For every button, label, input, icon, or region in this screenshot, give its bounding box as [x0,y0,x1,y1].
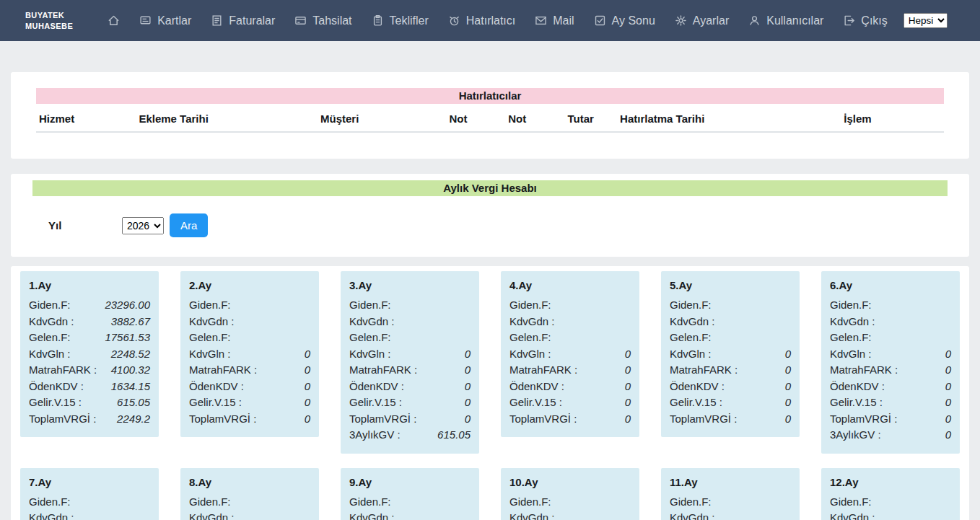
metric-label: KdvGdn : [189,510,235,520]
column-header: Hatırlatma Tarihi [617,104,771,132]
page-content: Hatırlatıcılar HizmetEkleme TarihiMüşter… [11,72,969,520]
metric-label: Gelen.F: [189,330,231,346]
month-metric-row: KdvGdn : [509,510,631,520]
month-metric-row: Giden.F: [349,297,471,314]
nav-item-cikis[interactable]: Çıkış [843,14,887,27]
metric-label: KdvGdn : [189,314,235,330]
month-title: 3.Ay [349,278,471,293]
month-metric-row: KdvGdn : [830,510,951,520]
metric-value: 615.05 [117,395,150,411]
reminders-card: Hatırlatıcılar HizmetEkleme TarihiMüşter… [11,72,969,159]
metric-value: 0 [465,346,471,363]
month-metric-row: 3AylıkGV :615.05 [349,427,471,444]
month-card-7: 7.AyGiden.F:KdvGdn :Gelen.F: [20,468,159,520]
filter-select[interactable]: Hepsi [904,13,948,28]
metric-label: Gelen.F: [670,330,712,346]
month-metric-row: Gelen.F: [670,330,791,346]
month-metric-row: ToplamVRGİ :2249.2 [29,411,150,428]
tax-title: Aylık Vergi Hesabı [32,180,948,196]
month-title: 5.Ay [670,278,791,293]
metric-value: 0 [945,346,951,363]
nav-item-label: Ayarlar [693,14,729,27]
metric-label: MatrahFARK : [349,362,417,379]
column-header: Not [490,104,544,132]
metric-label: KdvGdn : [29,510,74,520]
metric-label: 3AylıkGV : [830,427,881,444]
metric-value: 0 [465,411,471,428]
metric-label: ÖdenKDV : [830,379,885,395]
metric-label: KdvGdn : [509,510,555,520]
month-metric-row: Gelen.F: [830,330,951,346]
metric-label: KdvGdn : [349,510,395,520]
month-metric-row: Gelir.V.15 :0 [670,395,791,411]
nav-item-ayarlar[interactable]: Ayarlar [675,14,729,27]
nav-item-hatirlatici[interactable]: Hatırlatıcı [448,14,515,27]
metric-label: KdvGln : [349,346,391,363]
column-header: İşlem [771,104,944,132]
brand-logo[interactable]: BUYATEK MUHASEBE [25,10,73,32]
month-metric-row: ÖdenKDV :0 [509,379,631,395]
metric-label: KdvGdn : [349,314,395,330]
months-grid: 1.AyGiden.F:23296.00KdvGdn :3882.67Gelen… [20,271,960,520]
payment-icon [294,14,307,27]
metric-value: 0 [945,395,951,411]
mail-icon [535,14,547,27]
metric-value: 0 [305,346,310,363]
nav-item-kullanicilar[interactable]: Kullanıcılar [748,14,823,27]
nav-item-home[interactable] [108,14,120,27]
metric-label: Giden.F: [830,297,872,314]
month-title: 6.Ay [830,278,951,293]
month-metric-row: Giden.F: [830,494,951,511]
year-select[interactable]: 2026 [122,217,164,234]
metric-value: 0 [945,427,951,444]
nav-item-tahsilat[interactable]: Tahsilat [294,14,351,27]
month-metric-row: KdvGln :0 [349,346,471,363]
month-metric-row: Giden.F: [670,297,791,314]
metric-label: Giden.F: [349,297,391,314]
nav-item-ay-sonu[interactable]: Ay Sonu [594,14,655,27]
month-metric-row: Gelir.V.15 :0 [830,395,951,411]
metric-value: 0 [785,379,791,395]
column-header: Hizmet [36,104,136,132]
monthly-tax-card: 1.AyGiden.F:23296.00KdvGdn :3882.67Gelen… [11,266,969,520]
metric-label: ToplamVRGİ : [349,411,416,428]
metric-value: 23296.00 [105,297,150,314]
month-title: 4.Ay [509,278,631,293]
month-metric-row: Gelir.V.15 :0 [349,395,471,411]
metric-label: ÖdenKDV : [670,379,725,395]
month-metric-row: KdvGdn : [349,510,471,520]
reminders-header-row: HizmetEkleme TarihiMüşteriNotNotTutarHat… [36,104,944,132]
metric-label: KdvGln : [509,346,551,363]
month-metric-row: KdvGdn : [349,314,471,330]
month-metric-row: Giden.F: [189,297,310,314]
search-button[interactable]: Ara [170,213,208,237]
home-icon [108,14,120,27]
month-metric-row: Gelen.F:17561.53 [29,330,150,346]
metric-label: Gelen.F: [349,330,391,346]
metric-label: ÖdenKDV : [349,379,404,395]
metric-label: KdvGdn : [670,314,715,330]
metric-label: Giden.F: [349,494,391,511]
metric-value: 0 [945,379,951,395]
month-title: 11.Ay [670,475,791,490]
metric-value: 0 [625,395,631,411]
metric-value: 0 [305,395,310,411]
nav-item-teklifler[interactable]: Teklifler [372,14,429,27]
metric-label: Gelir.V.15 : [509,395,562,411]
month-card-1: 1.AyGiden.F:23296.00KdvGdn :3882.67Gelen… [20,271,159,437]
nav-item-kartlar[interactable]: Kartlar [139,14,191,27]
offers-icon [372,14,384,27]
metric-label: ToplamVRGİ : [509,411,577,428]
month-card-8: 8.AyGiden.F:KdvGdn :Gelen.F: [180,468,319,520]
metric-value: 2248.52 [111,346,150,363]
nav-item-label: Tahsilat [312,14,351,27]
metric-value: 0 [305,411,310,428]
month-metric-row: Gelir.V.15 :615.05 [29,395,150,411]
metric-label: Gelen.F: [29,330,71,346]
metric-label: ToplamVRGİ : [830,411,897,428]
metric-label: Gelir.V.15 : [29,395,82,411]
nav-item-mail[interactable]: Mail [535,14,574,27]
nav-item-label: Kartlar [157,14,191,27]
metric-label: Giden.F: [29,297,71,314]
nav-item-faturalar[interactable]: Faturalar [211,14,275,27]
